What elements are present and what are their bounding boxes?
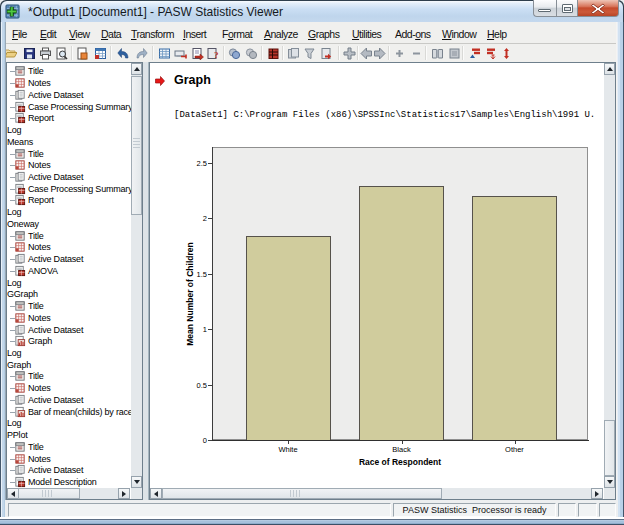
svg-text:?: ? <box>214 50 219 60</box>
